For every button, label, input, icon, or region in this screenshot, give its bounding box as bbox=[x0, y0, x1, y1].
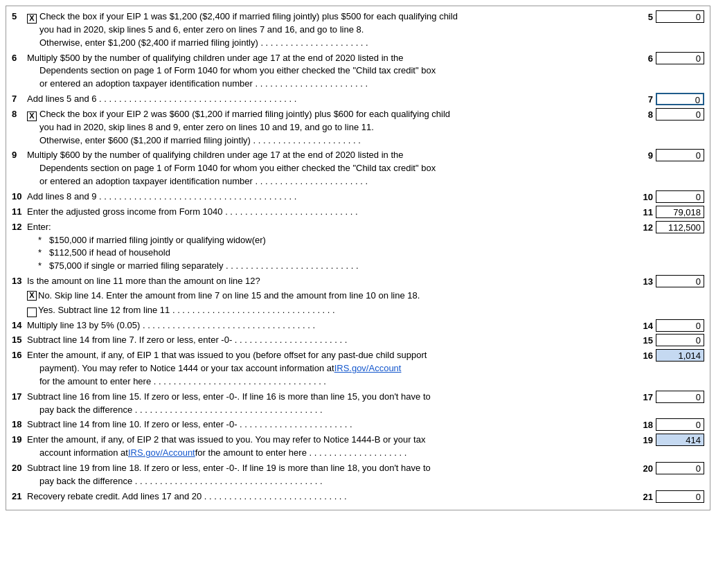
field-value[interactable]: 0 bbox=[656, 418, 704, 431]
bullet-item: *$112,500 if head of household bbox=[27, 247, 636, 260]
line-checkbox[interactable]: X bbox=[27, 14, 37, 24]
field-value[interactable]: 0 bbox=[656, 334, 704, 346]
field-value[interactable]: 0 bbox=[656, 10, 704, 23]
field-value[interactable]: 112,500 bbox=[656, 221, 704, 233]
field-value[interactable]: 0 bbox=[656, 391, 704, 403]
line-number-label: 14 bbox=[636, 320, 656, 332]
line-text-part: for the amount to enter here . . . . . .… bbox=[39, 375, 326, 389]
line-content: Multiply $600 by the number of qualifyin… bbox=[27, 149, 636, 188]
line-row: 7Add lines 5 and 6 . . . . . . . . . . .… bbox=[12, 93, 704, 106]
line-content: Subtract line 14 from line 10. If zero o… bbox=[27, 418, 636, 431]
line-text: Recovery rebate credit. Add lines 17 and… bbox=[27, 490, 347, 504]
line-content: Add lines 8 and 9 . . . . . . . . . . . … bbox=[27, 190, 636, 204]
line-number-label: 15 bbox=[636, 335, 656, 346]
line-content: Enter the amount, if any, of EIP 1 that … bbox=[27, 349, 636, 389]
line-text: Multiply line 13 by 5% (0.05) . . . . . … bbox=[27, 319, 315, 332]
line-text-part: Enter the amount, if any, of EIP 1 that … bbox=[27, 349, 427, 362]
line-row: 8XCheck the box if your EIP 2 was $600 (… bbox=[12, 108, 704, 148]
line-row: 21Recovery rebate credit. Add lines 17 a… bbox=[12, 490, 704, 504]
field-value[interactable]: 0 bbox=[656, 52, 704, 64]
no-option-text: No. Skip line 14. Enter the amount from … bbox=[38, 289, 420, 303]
line-text-suffix: for the amount to enter here . . . . . .… bbox=[195, 447, 407, 460]
line-number: 15 bbox=[12, 334, 27, 345]
line-text-part: pay back the difference . . . . . . . . … bbox=[39, 404, 323, 417]
line-number-label: 7 bbox=[636, 93, 656, 105]
line-number: 7 bbox=[12, 93, 27, 104]
line-content: Enter:*$150,000 if married filing jointl… bbox=[27, 221, 636, 273]
no-option-row: XNo. Skip line 14. Enter the amount from… bbox=[27, 289, 636, 303]
bullet-text: $75,000 if single or married filing sepa… bbox=[49, 260, 359, 273]
line-text-part: Check the box if your EIP 1 was $1,200 (… bbox=[39, 10, 458, 24]
line-number: 11 bbox=[12, 206, 27, 217]
line-text-part: Enter the amount, if any, of EIP 2 that … bbox=[27, 434, 425, 447]
line-text: Add lines 8 and 9 . . . . . . . . . . . … bbox=[27, 190, 296, 204]
line-text-part: payment). You may refer to Notice 1444 o… bbox=[39, 362, 334, 375]
line-text: Add lines 5 and 6 . . . . . . . . . . . … bbox=[27, 93, 296, 106]
line-row: 18Subtract line 14 from line 10. If zero… bbox=[12, 418, 704, 431]
line-number: 8 bbox=[12, 108, 27, 119]
line-content: Subtract line 14 from line 7. If zero or… bbox=[27, 334, 636, 347]
line-row: 17Subtract line 16 from line 15. If zero… bbox=[12, 391, 704, 417]
line-checkbox[interactable]: X bbox=[27, 112, 37, 121]
line-number-label: 10 bbox=[636, 191, 656, 203]
line-text-part: pay back the difference . . . . . . . . … bbox=[39, 475, 323, 488]
line-text-part: Subtract line 16 from line 15. If zero o… bbox=[27, 391, 431, 404]
line-row: 14Multiply line 13 by 5% (0.05) . . . . … bbox=[12, 319, 704, 332]
irs-link[interactable]: IRS.gov/Account bbox=[128, 447, 195, 460]
line-text-part: you had in 2020, skip lines 5 and 6, ent… bbox=[39, 24, 364, 37]
line-number: 13 bbox=[12, 275, 27, 286]
line-number-label: 19 bbox=[636, 434, 656, 446]
line-text-part: Otherwise, enter $1,200 ($2,400 if marri… bbox=[39, 37, 368, 50]
bullet-text: $150,000 if married filing jointly or qu… bbox=[49, 234, 266, 247]
line-text-part: Dependents section on page 1 of Form 104… bbox=[39, 64, 436, 78]
line-row: 16Enter the amount, if any, of EIP 1 tha… bbox=[12, 349, 704, 389]
bullet-item: *$150,000 if married filing jointly or q… bbox=[27, 234, 636, 247]
bullet-star: * bbox=[38, 260, 49, 273]
field-value[interactable]: 0 bbox=[656, 490, 704, 503]
line-number-label: 16 bbox=[636, 350, 656, 362]
line-row: 20Subtract line 19 from line 18. If zero… bbox=[12, 462, 704, 488]
yes-checkbox[interactable] bbox=[27, 308, 37, 317]
line-number-label: 5 bbox=[636, 11, 656, 23]
line-row: 6Multiply $500 by the number of qualifyi… bbox=[12, 52, 704, 91]
line-number-label: 11 bbox=[636, 206, 656, 218]
line-content: Multiply $500 by the number of qualifyin… bbox=[27, 52, 636, 91]
line-text-part: account information at bbox=[39, 447, 128, 460]
field-value[interactable]: 0 bbox=[656, 108, 704, 121]
line-row: 13Is the amount on line 11 more than the… bbox=[12, 275, 704, 317]
line-number: 5 bbox=[12, 10, 27, 21]
line-number-label: 6 bbox=[636, 53, 656, 64]
line-content: Enter the amount, if any, of EIP 2 that … bbox=[27, 434, 636, 460]
bullet-text: $112,500 if head of household bbox=[49, 247, 170, 260]
line-content: Add lines 5 and 6 . . . . . . . . . . . … bbox=[27, 93, 636, 106]
line-number-label: 8 bbox=[636, 109, 656, 121]
bullet-star: * bbox=[38, 234, 49, 247]
line-number: 17 bbox=[12, 391, 27, 402]
line-row: 12Enter:*$150,000 if married filing join… bbox=[12, 221, 704, 273]
line-number-label: 12 bbox=[636, 222, 656, 233]
line-row: 19Enter the amount, if any, of EIP 2 tha… bbox=[12, 434, 704, 460]
field-value[interactable]: 0 bbox=[656, 462, 704, 474]
line-number: 18 bbox=[12, 418, 27, 429]
line-number: 19 bbox=[12, 434, 27, 445]
bullet-star: * bbox=[38, 247, 49, 260]
irs-link[interactable]: IRS.gov/Account bbox=[334, 362, 402, 375]
line-number-label: 20 bbox=[636, 463, 656, 474]
field-value[interactable]: 0 bbox=[656, 275, 704, 287]
field-value[interactable]: 79,018 bbox=[656, 206, 704, 218]
field-value[interactable]: 0 bbox=[656, 319, 704, 332]
field-value[interactable]: 0 bbox=[656, 93, 704, 105]
line-number: 16 bbox=[12, 349, 27, 360]
line-row: 11Enter the adjusted gross income from F… bbox=[12, 206, 704, 219]
line-content: Subtract line 19 from line 18. If zero o… bbox=[27, 462, 636, 488]
line-number-label: 18 bbox=[636, 419, 656, 431]
line-row: 15Subtract line 14 from line 7. If zero … bbox=[12, 334, 704, 347]
yes-option-row: Yes. Subtract line 12 from line 11 . . .… bbox=[27, 304, 636, 317]
question-text: Is the amount on line 11 more than the a… bbox=[27, 275, 636, 288]
line-number: 10 bbox=[12, 190, 27, 202]
field-value[interactable]: 0 bbox=[656, 149, 704, 161]
no-checkbox[interactable]: X bbox=[27, 291, 37, 301]
field-value[interactable]: 0 bbox=[656, 190, 704, 203]
field-value[interactable]: 414 bbox=[656, 434, 704, 446]
field-value[interactable]: 1,014 bbox=[656, 349, 704, 362]
